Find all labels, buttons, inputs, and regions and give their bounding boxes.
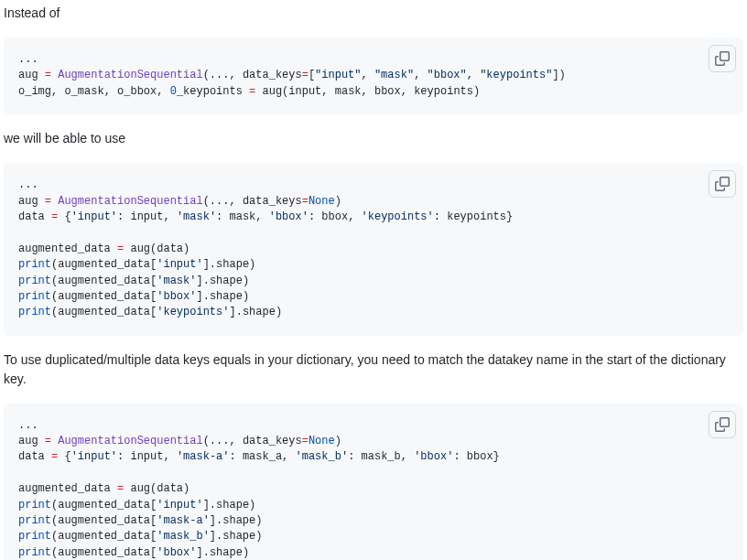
code-content: ... aug = AugmentationSequential(..., da… [18,178,729,321]
copy-button[interactable] [709,45,736,72]
copy-icon [715,417,730,432]
copy-icon [715,51,730,66]
copy-button[interactable] [709,170,736,198]
paragraph-instead-of: Instead of [4,4,743,23]
code-content: ... aug = AugmentationSequential(..., da… [18,418,729,560]
code-content: ... aug = AugmentationSequential(..., da… [18,52,729,100]
copy-button[interactable] [709,411,736,438]
code-block-2: ... aug = AugmentationSequential(..., da… [4,163,743,336]
copy-icon [715,177,730,191]
paragraph-duplicated-keys: To use duplicated/multiple data keys equ… [4,350,743,389]
code-block-1: ... aug = AugmentationSequential(..., da… [4,38,743,114]
paragraph-we-will: we will be able to use [4,129,743,148]
code-block-3: ... aug = AugmentationSequential(..., da… [4,404,743,560]
